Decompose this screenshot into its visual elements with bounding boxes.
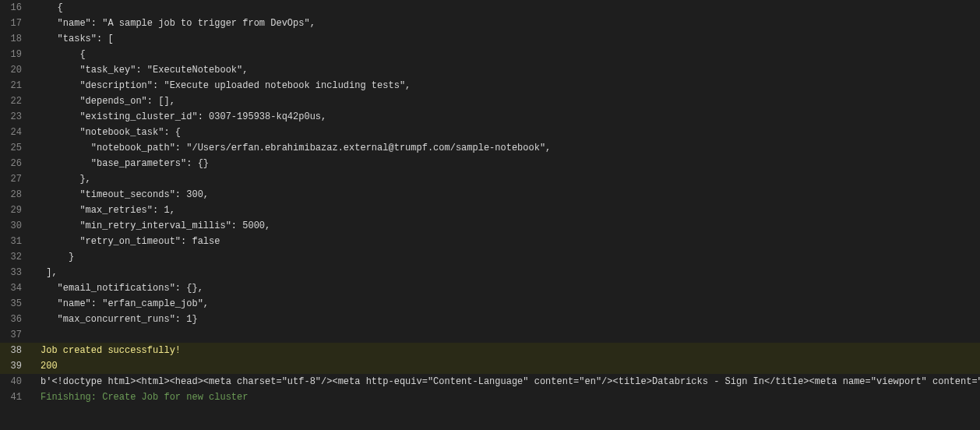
code-line[interactable]: 20 "task_key": "ExecuteNotebook", [0, 62, 980, 78]
line-number: 33 [0, 265, 31, 280]
line-content: { [31, 0, 63, 16]
line-number: 34 [0, 280, 31, 296]
line-content: { [31, 47, 86, 62]
line-content-success: Job created successfully! [31, 343, 181, 358]
code-line[interactable]: 33 ], [0, 265, 980, 280]
code-line[interactable]: 23 "existing_cluster_id": 0307-195938-kq… [0, 109, 980, 125]
line-number: 28 [0, 187, 31, 203]
line-content: "retry_on_timeout": false [31, 234, 220, 249]
code-line[interactable]: 32 } [0, 249, 980, 265]
code-line[interactable]: 36 "max_concurrent_runs": 1} [0, 312, 980, 327]
code-line[interactable]: 17 "name": "A sample job to trigger from… [0, 16, 980, 31]
line-number: 26 [0, 156, 31, 171]
line-number: 38 [0, 343, 31, 358]
code-line[interactable]: 27 }, [0, 171, 980, 187]
line-content: "timeout_seconds": 300, [31, 187, 209, 203]
line-number: 39 [0, 358, 31, 374]
line-number: 24 [0, 125, 31, 140]
line-number: 29 [0, 203, 31, 218]
code-line[interactable]: 26 "base_parameters": {} [0, 156, 980, 171]
code-line[interactable]: 41 Finishing: Create Job for new cluster [0, 389, 980, 405]
line-content: "tasks": [ [31, 31, 114, 47]
line-content: }, [31, 171, 91, 187]
line-number: 40 [0, 374, 31, 389]
code-line[interactable]: 22 "depends_on": [], [0, 93, 980, 109]
code-line-highlighted[interactable]: 39 200 [0, 358, 980, 374]
line-content: "name": "A sample job to trigger from De… [31, 16, 316, 31]
line-number: 20 [0, 62, 31, 78]
line-number: 36 [0, 312, 31, 327]
line-number: 23 [0, 109, 31, 125]
line-number: 31 [0, 234, 31, 249]
code-line[interactable]: 25 "notebook_path": "/Users/erfan.ebrahi… [0, 140, 980, 156]
line-number: 35 [0, 296, 31, 312]
line-number: 41 [0, 389, 31, 405]
code-line[interactable]: 16 { [0, 0, 980, 16]
line-content-finishing: Finishing: Create Job for new cluster [31, 389, 248, 405]
line-number: 16 [0, 0, 31, 16]
line-content: "notebook_path": "/Users/erfan.ebrahimib… [31, 140, 551, 156]
line-content: "email_notifications": {}, [31, 280, 203, 296]
line-number: 19 [0, 47, 31, 62]
code-line[interactable]: 31 "retry_on_timeout": false [0, 234, 980, 249]
line-content: "description": "Execute uploaded noteboo… [31, 78, 411, 93]
line-content: "depends_on": [], [31, 93, 175, 109]
line-number: 25 [0, 140, 31, 156]
line-content: "min_retry_interval_millis": 5000, [31, 218, 270, 234]
line-content: "max_concurrent_runs": 1} [31, 312, 198, 327]
code-line[interactable]: 21 "description": "Execute uploaded note… [0, 78, 980, 93]
line-number: 30 [0, 218, 31, 234]
code-line[interactable]: 35 "name": "erfan_cample_job", [0, 296, 980, 312]
line-number: 27 [0, 171, 31, 187]
line-content: } [31, 249, 74, 265]
code-line[interactable]: 37 [0, 327, 980, 343]
line-number: 17 [0, 16, 31, 31]
line-content: "notebook_task": { [31, 125, 181, 140]
code-line[interactable]: 18 "tasks": [ [0, 31, 980, 47]
line-content: "name": "erfan_cample_job", [31, 296, 209, 312]
line-content-status: 200 [31, 358, 58, 374]
code-line[interactable]: 29 "max_retries": 1, [0, 203, 980, 218]
code-line-highlighted[interactable]: 38 Job created successfully! [0, 343, 980, 358]
line-number: 37 [0, 327, 31, 343]
code-line[interactable]: 19 { [0, 47, 980, 62]
code-line[interactable]: 28 "timeout_seconds": 300, [0, 187, 980, 203]
line-content: "base_parameters": {} [31, 156, 209, 171]
line-content-html: b'<!doctype html><html><head><meta chars… [31, 374, 980, 389]
line-number: 21 [0, 78, 31, 93]
line-number: 32 [0, 249, 31, 265]
code-line[interactable]: 34 "email_notifications": {}, [0, 280, 980, 296]
line-content: "max_retries": 1, [31, 203, 175, 218]
code-line[interactable]: 30 "min_retry_interval_millis": 5000, [0, 218, 980, 234]
line-content: "existing_cluster_id": 0307-195938-kq42p… [31, 109, 326, 125]
code-editor[interactable]: 16 { 17 "name": "A sample job to trigger… [0, 0, 980, 430]
line-content: "task_key": "ExecuteNotebook", [31, 62, 248, 78]
line-number: 18 [0, 31, 31, 47]
code-line[interactable]: 24 "notebook_task": { [0, 125, 980, 140]
line-content: ], [31, 265, 58, 280]
line-number: 22 [0, 93, 31, 109]
code-line[interactable]: 40 b'<!doctype html><html><head><meta ch… [0, 374, 980, 389]
